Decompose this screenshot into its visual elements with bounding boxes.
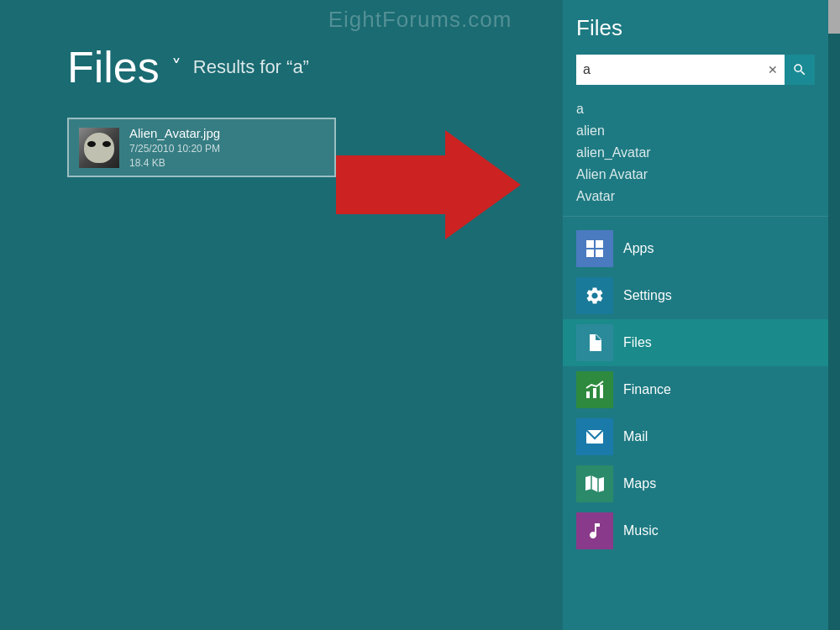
apps-icon <box>576 230 613 267</box>
app-item-settings[interactable]: Settings <box>563 272 828 319</box>
app-item-maps[interactable]: Maps <box>563 460 828 507</box>
alien-thumbnail-image <box>84 133 114 163</box>
file-date: 7/25/2010 10:20 PM <box>129 143 220 155</box>
alien-eye-left <box>87 141 96 147</box>
search-clear-button[interactable]: ✕ <box>761 55 785 85</box>
svg-marker-9 <box>585 475 604 492</box>
file-info: Alien_Avatar.jpg 7/25/2010 10:20 PM 18.4… <box>129 126 220 169</box>
app-label-music: Music <box>623 523 659 538</box>
search-input[interactable] <box>576 55 761 85</box>
panel-content: Files ✕ aalienalien_AvatarAlien AvatarAv… <box>563 0 828 630</box>
app-label-apps: Apps <box>623 241 654 256</box>
svg-marker-0 <box>336 130 521 239</box>
settings-icon <box>576 277 613 314</box>
file-result-card[interactable]: Alien_Avatar.jpg 7/25/2010 10:20 PM 18.4… <box>67 118 336 177</box>
suggestion-item[interactable]: alien_Avatar <box>576 142 815 164</box>
svg-rect-7 <box>600 385 603 398</box>
suggestion-item[interactable]: Avatar <box>576 186 815 207</box>
scrollbar-track[interactable] <box>828 0 840 630</box>
panel-divider <box>563 216 828 217</box>
search-box-container: ✕ <box>576 55 815 85</box>
file-thumbnail <box>79 128 119 168</box>
app-item-apps[interactable]: Apps <box>563 225 828 272</box>
file-size: 18.4 KB <box>129 157 220 169</box>
file-name: Alien_Avatar.jpg <box>129 126 220 140</box>
app-item-mail[interactable]: Mail <box>563 413 828 460</box>
file-thumbnail-inner <box>79 128 119 168</box>
svg-rect-1 <box>586 240 594 248</box>
svg-rect-6 <box>593 388 596 398</box>
results-label: Results for “a” <box>193 56 309 78</box>
suggestions-list: aalienalien_AvatarAlien AvatarAvatar <box>563 98 828 207</box>
suggestion-item[interactable]: Alien Avatar <box>576 164 815 186</box>
svg-rect-2 <box>596 240 603 248</box>
main-area: Files ˅ Results for “a” Alien_Avatar.jpg… <box>0 0 563 630</box>
mail-icon <box>576 418 613 455</box>
apps-list: AppsSettingsFilesFinanceMailMapsMusic <box>563 225 828 554</box>
dropdown-arrow-icon[interactable]: ˅ <box>171 55 181 79</box>
red-arrow-icon <box>336 130 521 239</box>
alien-eye-right <box>102 141 111 147</box>
page-title: Files <box>67 42 160 92</box>
suggestion-item[interactable]: a <box>576 98 815 120</box>
panel-title: Files <box>563 15 828 55</box>
scrollbar-thumb[interactable] <box>828 0 840 34</box>
app-label-finance: Finance <box>623 382 671 397</box>
svg-rect-3 <box>586 249 594 257</box>
suggestion-item[interactable]: alien <box>576 120 815 142</box>
right-panel: Files ✕ aalienalien_AvatarAlien AvatarAv… <box>563 0 840 630</box>
app-item-finance[interactable]: Finance <box>563 366 828 413</box>
app-item-music[interactable]: Music <box>563 507 828 554</box>
maps-icon <box>576 465 613 502</box>
music-icon <box>576 512 613 549</box>
app-label-maps: Maps <box>623 476 656 491</box>
search-icon <box>792 62 807 77</box>
header: Files ˅ Results for “a” <box>67 42 529 92</box>
files-icon <box>576 324 613 361</box>
svg-rect-5 <box>586 391 590 398</box>
app-label-files: Files <box>623 335 652 350</box>
svg-rect-4 <box>596 249 603 257</box>
app-label-mail: Mail <box>623 429 648 444</box>
app-label-settings: Settings <box>623 288 672 303</box>
finance-icon <box>576 371 613 408</box>
search-button[interactable] <box>785 55 815 85</box>
app-item-files[interactable]: Files <box>563 319 828 366</box>
